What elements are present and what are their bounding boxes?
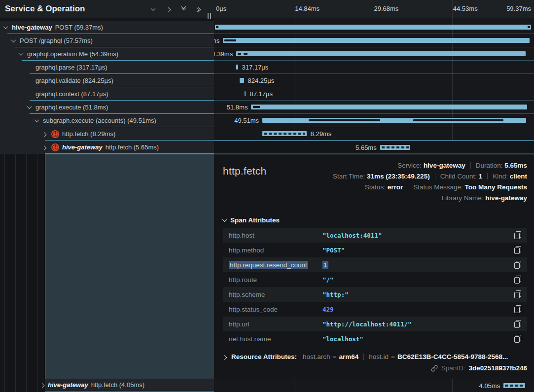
span-attributes-table: http.host"localhost:4011"http.method"POS… xyxy=(223,228,527,346)
tree-row[interactable]: graphql.validate (824.25µs) xyxy=(0,74,214,87)
tree-row[interactable]: graphql.parse (317.17µs) xyxy=(0,61,214,74)
row-toggle[interactable] xyxy=(41,145,47,149)
equals-sign: = xyxy=(391,353,395,360)
span-bar-row[interactable]: 54.39ms xyxy=(214,47,534,61)
span-duration-bar[interactable] xyxy=(215,25,531,30)
chevron-down-icon[interactable] xyxy=(11,37,16,42)
expand-all-icon[interactable] xyxy=(197,7,200,11)
span-duration-bar[interactable] xyxy=(236,51,526,56)
resource-attributes-row[interactable]: Resource Attributes: host.arch=arm64host… xyxy=(223,353,527,360)
copy-icon[interactable] xyxy=(514,276,521,284)
collapse-all-icon[interactable] xyxy=(182,7,185,10)
span-duration-label: 4.05ms xyxy=(479,379,500,392)
span-bar-row[interactable]: 8.29ms xyxy=(214,127,534,141)
service-name: hive-gateway xyxy=(12,24,52,31)
span-id-value: 3de02518937fb246 xyxy=(468,364,527,372)
span-duration-label: 8.29ms xyxy=(311,127,332,141)
span-bar-row[interactable]: 59.37ms xyxy=(214,21,534,34)
row-toggle[interactable] xyxy=(39,383,45,387)
attribute-row: http.scheme"http:" xyxy=(223,287,527,302)
axis-tick-label: 0µs xyxy=(216,0,226,18)
copy-icon[interactable] xyxy=(514,261,521,269)
span-duration-bar[interactable] xyxy=(262,131,307,136)
copy-icon[interactable] xyxy=(514,246,521,254)
span-duration-bar[interactable] xyxy=(251,105,527,109)
span-attributes-title: Span Attributes xyxy=(230,216,280,224)
collapse-one-icon[interactable] xyxy=(151,6,156,11)
chevron-right-icon xyxy=(223,355,227,360)
pane-resize-handle[interactable] xyxy=(208,13,211,19)
chevron-down-icon[interactable] xyxy=(3,24,8,29)
meta-label: Duration: xyxy=(476,162,505,169)
child-span-segment xyxy=(413,119,504,121)
chevron-down-icon[interactable] xyxy=(35,117,39,122)
span-attributes-header[interactable]: Span Attributes xyxy=(223,216,527,224)
operation-label: subgraph.execute (accounts) (49.51ms) xyxy=(43,117,156,124)
span-duration-bar[interactable] xyxy=(236,65,238,70)
copy-icon[interactable] xyxy=(514,290,521,298)
attribute-key: http.url xyxy=(229,321,322,328)
row-toggle[interactable] xyxy=(34,119,40,122)
span-bar-row[interactable]: 57.57ms xyxy=(214,34,534,47)
tree-row[interactable]: http.fetch (8.29ms) xyxy=(0,127,214,141)
chevron-right-icon[interactable] xyxy=(40,383,45,388)
chevron-right-icon[interactable] xyxy=(42,132,47,137)
span-bar-row[interactable]: 49.51ms xyxy=(214,114,534,127)
attribute-key: http.method xyxy=(229,247,322,254)
tree-row[interactable]: graphql.operation Me (54.39ms) xyxy=(0,47,214,61)
chevron-right-icon[interactable] xyxy=(42,145,47,150)
attribute-row: net.host.name"localhost" xyxy=(223,331,527,346)
selected-span-expanded-area[interactable] xyxy=(45,154,214,379)
meta-value: 1 xyxy=(479,173,483,180)
span-bar-row[interactable]: 51.8ms xyxy=(214,101,534,114)
operation-label: graphql.execute (51.8ms) xyxy=(36,104,108,111)
span-duration-bar[interactable] xyxy=(245,91,246,96)
row-toggle[interactable] xyxy=(10,39,17,42)
attribute-row: http.request.resend_count1 xyxy=(223,257,527,272)
chevron-down-icon[interactable] xyxy=(27,104,32,109)
span-bar-row[interactable]: 4.05ms xyxy=(214,379,534,392)
row-toggle[interactable] xyxy=(2,26,9,29)
expand-one-icon[interactable] xyxy=(166,7,171,12)
span-duration-bar[interactable] xyxy=(223,38,530,43)
meta-label: Status Message: xyxy=(413,183,464,191)
attribute-key: http.request.resend_count xyxy=(229,261,322,269)
meta-label: Status: xyxy=(365,183,388,191)
tree-row[interactable]: hive-gatewayhttp.fetch (5.65ms) xyxy=(0,141,214,154)
span-title: http.fetch xyxy=(223,165,266,177)
span-id-label: SpanID: xyxy=(441,364,465,372)
row-toggle[interactable] xyxy=(26,106,33,109)
copy-icon[interactable] xyxy=(514,320,521,328)
tree-row[interactable]: graphql.execute (51.8ms) xyxy=(0,101,214,114)
row-toggle[interactable] xyxy=(18,52,24,56)
tree-row[interactable]: hive-gatewayhttp.fetch (4.05ms) xyxy=(45,379,214,392)
link-icon[interactable] xyxy=(431,365,438,372)
chevron-down-icon[interactable] xyxy=(19,51,24,56)
copy-icon[interactable] xyxy=(514,231,521,239)
span-bar-row[interactable]: 87.17µs xyxy=(214,87,534,101)
axis-tick-label: 14.84ms xyxy=(295,0,320,18)
span-duration-bar[interactable] xyxy=(503,383,525,388)
span-id-row: SpanID: 3de02518937fb246 xyxy=(223,364,527,372)
copy-icon[interactable] xyxy=(514,305,521,313)
resource-attributes-title: Resource Attributes: xyxy=(231,353,297,360)
tree-row[interactable]: subgraph.execute (accounts) (49.51ms) xyxy=(0,114,214,127)
span-duration-bar[interactable] xyxy=(380,145,410,150)
meta-value: hive-gateway xyxy=(424,162,465,169)
tree-row[interactable]: hive-gatewayPOST (59.37ms) xyxy=(0,21,214,34)
span-duration-bar[interactable] xyxy=(240,78,244,83)
span-bar-row[interactable]: 5.65ms xyxy=(214,141,534,154)
meta-value: 5.65ms xyxy=(504,162,527,169)
row-toggle[interactable] xyxy=(41,132,47,136)
tree-row[interactable]: graphql.context (87.17µs) xyxy=(0,87,214,101)
axis-tick-label: 29.68ms xyxy=(374,0,398,18)
copy-icon[interactable] xyxy=(514,335,521,343)
attribute-value: "http://localhost:4011/" xyxy=(322,321,412,328)
operation-label: graphql.validate (824.25µs) xyxy=(36,77,113,84)
meta-separator xyxy=(363,354,364,360)
span-bar-row[interactable]: 824.25µs xyxy=(214,74,534,87)
resource-value: arm64 xyxy=(339,353,358,360)
tree-row[interactable]: POST /graphql (57.57ms) xyxy=(0,34,214,47)
span-bar-row[interactable]: 317.17µs xyxy=(214,61,534,74)
meta-label: Start Time: xyxy=(333,173,367,180)
